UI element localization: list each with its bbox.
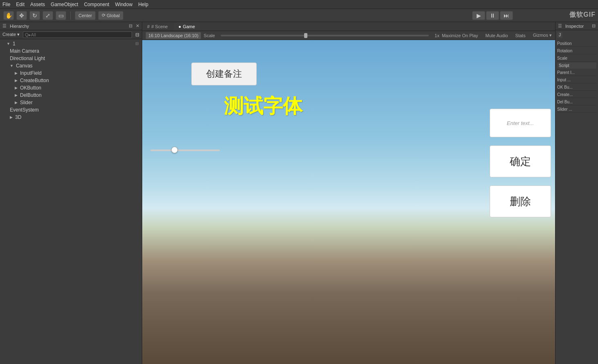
menubar: File Edit Assets GameObject Component Wi… [0, 0, 598, 9]
hierarchy-search-input[interactable] [23, 31, 132, 38]
main-layout: ☰ Hierarchy ⊟ ✕ Create ▾ ⊟ ▼ 1 ⊟ Main Ca… [0, 22, 598, 364]
inspector-header: ☰ Inspector ⊟ [555, 22, 598, 30]
hierarchy-panel: ☰ Hierarchy ⊟ ✕ Create ▾ ⊟ ▼ 1 ⊟ Main Ca… [0, 22, 142, 364]
move-tool-btn[interactable]: ✥ [16, 11, 27, 20]
insp-rotation-row: Rotation [557, 48, 596, 54]
hier-item-okbtn[interactable]: ▶ OKButton [0, 84, 142, 92]
insp-tab-j[interactable]: J [557, 32, 562, 38]
game-del-button[interactable]: 删除 [490, 185, 551, 217]
hier-3d-label: 3D [15, 114, 21, 121]
menu-file[interactable]: File [2, 2, 10, 7]
play-controls: ▶ ⏸ ⏭ [472, 11, 513, 20]
pivot-btn[interactable]: Center [75, 11, 96, 20]
insp-slider-row: Slider ... [557, 106, 596, 113]
hier-item-inputfield[interactable]: ▶ InputField [0, 69, 142, 77]
slider-track [150, 150, 220, 151]
menu-gameobject[interactable]: GameObject [51, 2, 78, 7]
scale-label: Scale [204, 33, 215, 38]
game-view: 创建备注 测试字体 Enter text... 确定 删除 [142, 40, 555, 364]
insp-delbtn-row: Del Bu... [557, 99, 596, 105]
game-ok-button[interactable]: 确定 [490, 145, 551, 177]
hier-root-eye: ⊟ [135, 40, 139, 47]
maximize-btn[interactable]: Maximize On Play [442, 33, 478, 38]
space-icon: ⟳ [102, 13, 105, 18]
hierarchy-header: ☰ Hierarchy ⊟ ✕ [0, 22, 142, 30]
scale-tool-btn[interactable]: ⤢ [43, 11, 53, 20]
scene-tab-label: # Scene [151, 24, 168, 29]
mute-btn[interactable]: Mute Audio [486, 33, 508, 38]
pivot-label: Center [78, 13, 92, 18]
step-btn[interactable]: ⏭ [500, 11, 513, 20]
inspector-panel: ☰ Inspector ⊟ J Position Rotation Scale … [555, 22, 598, 364]
menu-window[interactable]: Window [115, 2, 132, 7]
space-btn[interactable]: ⟳ Global [98, 11, 123, 20]
insp-script-label: Script [559, 63, 569, 68]
hier-createbtn-label: CreateButton [20, 77, 49, 84]
inspector-title: Inspector [565, 24, 584, 29]
hierarchy-title: Hierarchy [10, 24, 29, 29]
hier-canvas-label: Canvas [16, 63, 33, 69]
hier-item-createbtn[interactable]: ▶ CreateButton [0, 77, 142, 84]
space-label: Global [107, 13, 120, 18]
hier-maincam-label: Main Camera [10, 48, 39, 54]
hierarchy-options-icon: ⊟ [135, 32, 139, 38]
create-note-button[interactable]: 创建备注 [191, 63, 257, 85]
hier-item-canvas[interactable]: ▼ Canvas [0, 62, 142, 69]
menu-assets[interactable]: Assets [30, 2, 45, 7]
inspector-content: J Position Rotation Scale Script Parent … [555, 30, 598, 364]
game-tab-label: Game [183, 24, 195, 29]
scale-bar[interactable] [221, 35, 429, 36]
view-tabs: # # Scene ● Game [142, 22, 555, 31]
hier-root-label: 1 [13, 40, 16, 47]
watermark: 傲软GIF [569, 11, 596, 19]
hier-item-dirlight[interactable]: Directional Light [0, 55, 142, 62]
insp-parent-row: Parent I... [557, 69, 596, 76]
scene-tab-icon: # [147, 24, 150, 29]
hier-dirlight-label: Directional Light [10, 55, 45, 62]
hierarchy-content: ▼ 1 ⊟ Main Camera Directional Light ▼ Ca… [0, 39, 142, 364]
menu-edit[interactable]: Edit [16, 2, 25, 7]
insp-scale-row: Scale [557, 55, 596, 62]
insp-script-section: Script [557, 63, 596, 69]
scene-tab[interactable]: # # Scene [142, 22, 173, 31]
game-input-field[interactable]: Enter text... [490, 109, 551, 137]
hier-eventsys-label: EventSystem [10, 107, 39, 113]
test-text-label: 测试字体 [224, 93, 302, 119]
hand-tool-btn[interactable]: ✋ [3, 11, 14, 20]
hierarchy-create-btn[interactable]: Create ▾ [2, 32, 20, 37]
hierarchy-toolbar: Create ▾ ⊟ [0, 30, 142, 39]
rect-tool-btn[interactable]: ▭ [56, 11, 66, 20]
hier-item-delbtn[interactable]: ▶ DelButton [0, 92, 142, 99]
hier-item-slider[interactable]: ▶ Slider [0, 99, 142, 106]
game-toolbar: 16:10 Landscape (16:10) Scale 1x Maximiz… [142, 31, 555, 40]
hier-item-root[interactable]: ▼ 1 ⊟ [0, 40, 142, 47]
input-placeholder: Enter text... [507, 120, 534, 126]
pause-btn[interactable]: ⏸ [486, 11, 499, 20]
resolution-btn[interactable]: 16:10 Landscape (16:10) [146, 32, 201, 39]
insp-createbtn-row: Create... [557, 92, 596, 98]
hier-item-3d[interactable]: ▶ 3D [0, 114, 142, 121]
hier-inputfield-label: InputField [20, 70, 42, 76]
hier-item-eventsys[interactable]: EventSystem [0, 106, 142, 114]
play-btn[interactable]: ▶ [472, 11, 485, 20]
stats-btn[interactable]: Stats [515, 33, 526, 38]
rotate-tool-btn[interactable]: ↻ [29, 11, 40, 20]
game-slider[interactable] [150, 150, 220, 151]
menu-help[interactable]: Help [138, 2, 148, 7]
hier-item-maincam[interactable]: Main Camera [0, 47, 142, 55]
gizmos-btn[interactable]: Gizmos ▾ [533, 33, 552, 38]
game-tab-icon: ● [179, 24, 181, 29]
slider-thumb [171, 147, 178, 153]
game-tab[interactable]: ● Game [174, 22, 200, 31]
hier-okbtn-label: OKButton [20, 85, 41, 91]
insp-position-row: Position [557, 40, 596, 47]
hier-delbtn-label: DelButton [20, 92, 42, 98]
insp-input-row: Input ... [557, 77, 596, 83]
center-panel: # # Scene ● Game 16:10 Landscape (16:10)… [142, 22, 555, 364]
hier-slider-label: Slider [20, 99, 33, 106]
toolbar: ✋ ✥ ↻ ⤢ ▭ Center ⟳ Global ▶ ⏸ ⏭ 傲软GIF [0, 9, 598, 22]
insp-okbtn-row: OK Bu... [557, 84, 596, 91]
menu-component[interactable]: Component [84, 2, 109, 7]
scale-thumb [304, 33, 307, 38]
divider-1 [70, 11, 71, 20]
